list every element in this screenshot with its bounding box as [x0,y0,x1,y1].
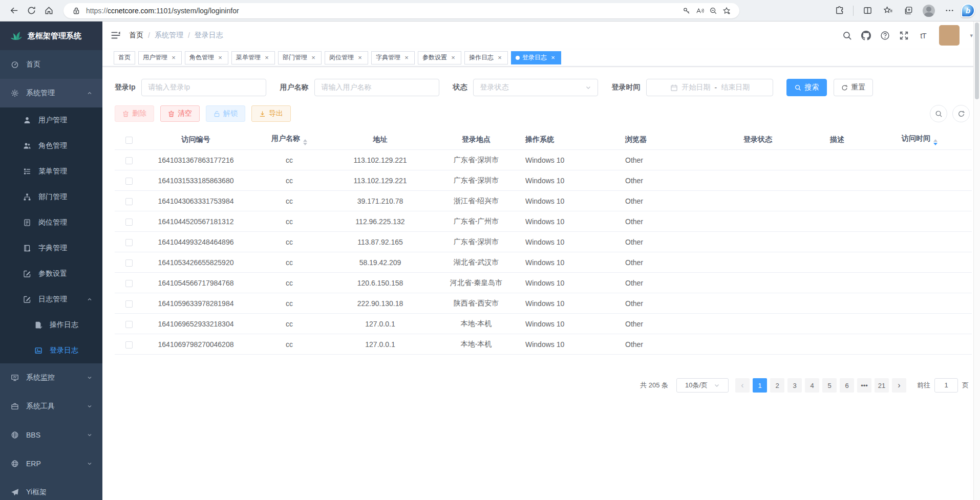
status-select[interactable]: 登录状态 [473,79,598,96]
export-button[interactable]: 导出 [251,105,291,122]
tab-close-icon[interactable]: × [310,54,317,61]
breadcrumb-system[interactable]: 系统管理 [155,31,183,40]
tab-role-mgmt[interactable]: 角色管理× [185,51,228,64]
page-button-6[interactable]: 6 [840,378,854,393]
row-checkbox[interactable] [125,219,133,226]
collections-icon[interactable] [900,3,917,19]
read-aloud-icon[interactable] [693,4,707,17]
page-size-select[interactable]: 10条/页 [676,378,729,393]
url-text[interactable]: https://ccnetcore.com:1101/system/log/lo… [86,7,680,15]
sidebar-item-param-settings[interactable]: 参数设置 [0,261,102,287]
tab-close-icon[interactable]: × [450,54,457,61]
reset-button[interactable]: 重置 [834,79,873,96]
sidebar-item-role-mgmt[interactable]: 角色管理 [0,133,102,159]
user-name-input[interactable]: 请输入用户名称 [314,79,439,96]
unlock-button[interactable]: 解锁 [206,105,245,122]
sidebar-item-erp[interactable]: ERP [0,449,102,478]
tab-close-icon[interactable]: × [403,54,410,61]
sidebar-item-sys-tools[interactable]: 系统工具 [0,392,102,421]
clear-button[interactable]: 清空 [160,105,200,122]
page-scrollbar[interactable] [973,21,980,500]
scrollbar-thumb[interactable] [975,23,979,99]
search-button[interactable]: 搜索 [786,79,827,96]
tab-home[interactable]: 首页 [114,51,135,64]
tab-close-icon[interactable]: × [356,54,364,61]
tab-close-icon[interactable]: × [549,54,557,61]
tab-close-icon[interactable]: × [217,54,224,61]
sidebar-item-sys-monitor[interactable]: 系统监控 [0,363,102,392]
browser-back-button[interactable] [5,3,23,19]
breadcrumb-home[interactable]: 首页 [129,31,143,40]
row-checkbox[interactable] [125,178,133,185]
row-checkbox[interactable] [125,280,133,287]
row-checkbox[interactable] [125,259,133,267]
goto-page-input[interactable]: 1 [934,378,958,393]
browser-home-button[interactable] [40,3,57,19]
sidebar-item-user-mgmt[interactable]: 用户管理 [0,107,102,133]
tab-login-log[interactable]: 登录日志× [511,51,561,64]
browser-more-icon[interactable] [941,3,958,19]
favorite-add-icon[interactable] [720,4,733,17]
row-checkbox[interactable] [125,321,133,328]
sidebar-item-menu-mgmt[interactable]: 菜单管理 [0,159,102,184]
extensions-icon[interactable] [830,3,848,19]
page-button-4[interactable]: 4 [805,378,819,393]
tab-param-settings[interactable]: 参数设置× [418,51,461,64]
sidebar-collapse-icon[interactable] [111,30,121,40]
site-lock-icon[interactable] [70,4,83,17]
sort-carets-icon[interactable] [933,139,938,145]
sidebar-item-operation-log[interactable]: 操作日志 [0,312,102,338]
tab-post-mgmt[interactable]: 岗位管理× [325,51,368,64]
browser-refresh-button[interactable] [23,3,40,19]
row-checkbox[interactable] [125,341,133,349]
fullscreen-icon[interactable] [899,31,909,40]
next-page-button[interactable]: › [892,378,906,393]
login-ip-input[interactable]: 请输入登录Ip [141,79,266,96]
page-button-1[interactable]: 1 [753,378,767,393]
delete-button[interactable]: 删除 [115,105,154,122]
date-range-picker[interactable]: 开始日期 - 结束日期 [646,79,773,96]
sidebar-item-post-mgmt[interactable]: 岗位管理 [0,210,102,235]
sidebar-item-bbs[interactable]: BBS [0,421,102,449]
tab-operation-log[interactable]: 操作日志× [464,51,508,64]
tab-dict-mgmt[interactable]: 字典管理× [371,51,415,64]
tab-close-icon[interactable]: × [170,54,177,61]
page-button-21[interactable]: 21 [875,378,889,393]
copilot-bing-icon[interactable]: b [961,4,975,17]
avatar-caret-icon[interactable]: ▾ [970,32,973,39]
sidebar-item-dict-mgmt[interactable]: 字典管理 [0,235,102,261]
sidebar-item-system-mgmt[interactable]: 系统管理 [0,79,102,107]
column-header-user_name[interactable]: 用户名称 [248,134,330,145]
font-size-icon[interactable]: tT [918,31,928,40]
github-icon[interactable] [861,31,871,40]
help-icon[interactable] [880,31,890,40]
row-checkbox[interactable] [125,157,133,164]
select-all-checkbox[interactable] [125,137,133,144]
sort-carets-icon[interactable] [303,139,307,145]
user-avatar[interactable] [939,25,960,46]
column-header-time[interactable]: 访问时间 [876,134,964,145]
row-checkbox[interactable] [125,198,133,205]
url-bar[interactable]: https://ccnetcore.com:1101/system/log/lo… [63,3,739,18]
page-button-3[interactable]: 3 [787,378,802,393]
toggle-search-button[interactable] [930,105,947,122]
page-button-2[interactable]: 2 [770,378,784,393]
header-search-icon[interactable] [842,31,852,40]
browser-profile-icon[interactable] [920,3,938,19]
page-button-5[interactable]: 5 [822,378,837,393]
sidebar-item-login-log[interactable]: 登录日志 [0,338,102,363]
favorites-bar-icon[interactable] [879,3,897,19]
row-checkbox[interactable] [125,239,133,246]
tab-close-icon[interactable]: × [263,54,270,61]
sidebar-item-yi-frame[interactable]: Yi框架 [0,478,102,500]
tab-menu-mgmt[interactable]: 菜单管理× [231,51,275,64]
zoom-out-icon[interactable] [707,4,720,17]
sidebar-item-log-mgmt[interactable]: 日志管理 [0,287,102,312]
tab-close-icon[interactable]: × [496,54,503,61]
row-checkbox[interactable] [125,300,133,308]
sidebar-item-home[interactable]: 首页 [0,50,102,79]
refresh-table-button[interactable] [952,105,970,122]
prev-page-button[interactable]: ‹ [735,378,750,393]
split-screen-icon[interactable] [859,3,876,19]
password-key-icon[interactable] [680,4,693,17]
